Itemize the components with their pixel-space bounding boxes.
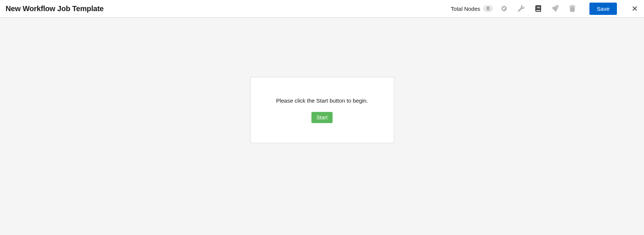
close-icon [632, 6, 637, 11]
rocket-icon[interactable] [552, 5, 559, 12]
compass-icon[interactable] [500, 5, 508, 12]
close-button[interactable] [631, 5, 638, 12]
workflow-canvas: Please click the Start button to begin. … [0, 17, 644, 235]
save-button[interactable]: Save [589, 3, 617, 15]
total-nodes: Total Nodes 0 [451, 5, 493, 12]
start-button[interactable]: Start [311, 112, 333, 123]
book-icon[interactable] [535, 5, 542, 12]
start-prompt: Please click the Start button to begin. [276, 97, 368, 104]
trash-icon[interactable] [569, 5, 576, 12]
page-title: New Workflow Job Template [6, 4, 104, 13]
total-nodes-label: Total Nodes [451, 6, 480, 12]
wrench-icon[interactable] [517, 5, 525, 12]
start-card: Please click the Start button to begin. … [250, 77, 394, 143]
toolbar-icons [500, 5, 576, 12]
header: New Workflow Job Template Total Nodes 0 … [0, 0, 644, 17]
total-nodes-badge: 0 [483, 5, 493, 12]
header-right: Total Nodes 0 Save [451, 3, 638, 15]
